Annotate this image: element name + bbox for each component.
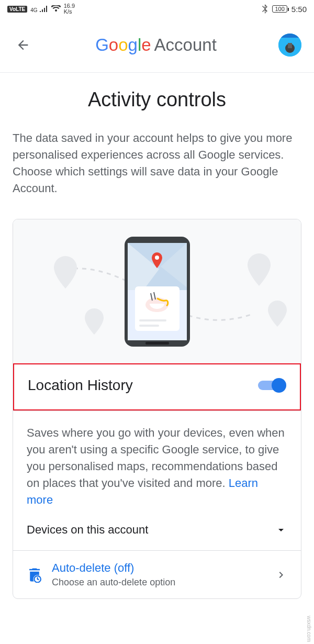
auto-delete-title: Auto-delete (off) [52, 561, 265, 575]
svg-rect-1 [278, 34, 301, 38]
volte-indicator: VoLTE [7, 6, 27, 13]
devices-label: Devices on this account [27, 523, 148, 537]
map-pin-icon [268, 301, 287, 327]
chevron-down-icon [275, 524, 287, 536]
network-speed: 16.9 K/s [64, 3, 75, 15]
battery-indicator: 100 [272, 5, 287, 13]
devices-on-account-row[interactable]: Devices on this account [27, 523, 287, 537]
auto-delete-subtitle: Choose an auto-delete option [52, 577, 265, 588]
status-left: VoLTE 4G 16.9 K/s [7, 3, 75, 15]
location-history-description-section: Saves where you go with your devices, ev… [13, 410, 301, 550]
map-pin-icon [248, 253, 271, 286]
status-right: 100 5:50 [262, 4, 307, 14]
page-logo-title: Google Account [95, 35, 217, 55]
location-history-toggle[interactable] [258, 377, 286, 393]
user-avatar[interactable] [278, 34, 301, 57]
svg-rect-3 [288, 43, 292, 48]
page-title: Activity controls [13, 88, 301, 111]
back-button[interactable] [13, 35, 33, 55]
phone-illustration-icon [125, 237, 190, 347]
svg-point-6 [155, 256, 159, 260]
account-label: Account [154, 35, 217, 55]
auto-delete-text: Auto-delete (off) Choose an auto-delete … [52, 561, 265, 588]
page-description: The data saved in your account helps to … [13, 130, 301, 197]
app-bar: Google Account [0, 18, 314, 73]
location-history-description: Saves where you go with your devices, ev… [27, 425, 287, 508]
network-type: 4G [30, 5, 48, 14]
google-logo: Google [95, 35, 151, 55]
wifi-icon [51, 5, 61, 13]
location-history-card: Location History Saves where you go with… [13, 219, 301, 599]
location-history-toggle-row: Location History [13, 363, 301, 411]
map-pin-icon [54, 256, 77, 288]
arrow-left-icon [16, 38, 30, 52]
clock: 5:50 [291, 5, 307, 14]
svg-rect-9 [139, 319, 166, 321]
status-bar: VoLTE 4G 16.9 K/s 100 5:50 [0, 0, 314, 18]
signal-icon [40, 6, 48, 12]
auto-delete-icon [27, 567, 42, 583]
location-history-label: Location History [28, 377, 133, 394]
bluetooth-icon [262, 4, 268, 14]
svg-rect-11 [145, 342, 169, 345]
map-pin-icon [85, 308, 104, 335]
card-illustration [13, 219, 301, 363]
auto-delete-row[interactable]: Auto-delete (off) Choose an auto-delete … [13, 550, 301, 598]
watermark: wsxdn.com [306, 616, 312, 642]
svg-rect-10 [139, 325, 159, 327]
chevron-right-icon [275, 569, 287, 581]
main-content: Activity controls The data saved in your… [0, 73, 314, 599]
